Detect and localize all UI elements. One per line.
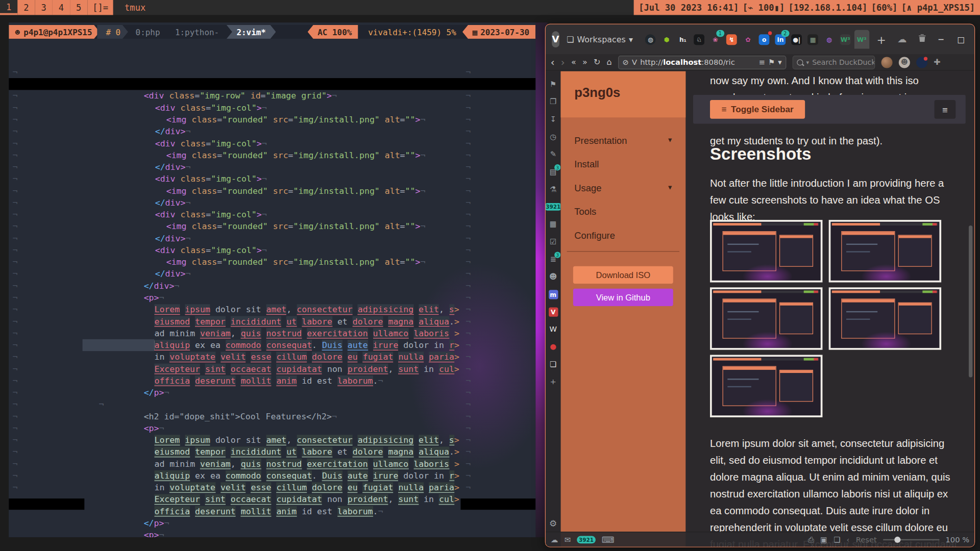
- sidebar-item-presentation[interactable]: Presentation▾: [560, 129, 685, 151]
- capture-icon[interactable]: ⎙: [808, 535, 814, 544]
- tab-medium[interactable]: ●|: [789, 30, 804, 49]
- workspace-3[interactable]: 3: [35, 0, 53, 15]
- tab-outlook[interactable]: o: [756, 30, 771, 49]
- panel-notes[interactable]: ✎: [546, 147, 560, 161]
- panel-settings-gear[interactable]: ⚙: [546, 517, 560, 531]
- screenshot-thumbnail[interactable]: [710, 287, 822, 349]
- vim-line: ¬¬<img class="rounded" src="img/install.…: [9, 185, 535, 196]
- vim-line: ¬¬ad minim veniam, quis nostrud exercita…: [9, 328, 535, 339]
- date-status: ▦ 2023-07-30: [462, 25, 535, 39]
- sidebar-item-tools[interactable]: Tools: [560, 201, 685, 222]
- tiling-icon[interactable]: ❏: [834, 535, 840, 544]
- mail-count-badge[interactable]: 3921: [577, 536, 595, 543]
- maximize-button[interactable]: □: [957, 35, 965, 44]
- new-tab-button[interactable]: +: [877, 33, 886, 46]
- search-icon: [797, 59, 803, 65]
- workspaces-dropdown[interactable]: ❏ Workspaces ▾: [567, 35, 633, 44]
- panel-feeds[interactable]: ≣3: [546, 253, 560, 266]
- tab-dark-logo[interactable]: ♘: [692, 30, 706, 49]
- reload-button[interactable]: ↻: [594, 58, 600, 67]
- tab-w3schools-1[interactable]: W³: [838, 30, 853, 49]
- panel-calendar[interactable]: ▤3: [546, 165, 560, 179]
- panel-mail-count[interactable]: 3921: [546, 200, 560, 214]
- zoom-slider[interactable]: [883, 539, 939, 540]
- profile-avatar[interactable]: [881, 57, 892, 68]
- zoom-out-arrow[interactable]: ‹: [847, 535, 850, 544]
- zoom-slider-thumb[interactable]: [894, 536, 900, 542]
- tab-w3schools-2[interactable]: W³: [854, 30, 869, 49]
- tab-h1[interactable]: h₁: [675, 30, 690, 49]
- tab-lightning[interactable]: ↯: [724, 30, 739, 49]
- tab-screenshot[interactable]: ▦: [805, 30, 820, 49]
- panel-mastodon-panel[interactable]: m: [546, 287, 560, 301]
- vivaldi-browser-window[interactable]: V ❏ Workspaces ▾ ◍⬢h₁♘❀1↯✿oin2●|▦◍W³W³ +…: [545, 24, 975, 547]
- tab-github[interactable]: ◍: [643, 30, 658, 49]
- panel-calendar-alt[interactable]: ▦: [546, 217, 560, 231]
- back-button[interactable]: ‹: [551, 56, 555, 68]
- tmux-window-0[interactable]: 0:php: [128, 25, 167, 39]
- screenshot-thumbnail[interactable]: [829, 287, 941, 349]
- address-field[interactable]: ⊘ V http://localhost:8080/ric ≡ ⚑ ▾: [618, 55, 786, 69]
- sync-cloud-icon[interactable]: ☁: [897, 34, 906, 45]
- screenshot-thumbnail[interactable]: [829, 220, 941, 282]
- sidebar-item-usage[interactable]: Usage▾: [560, 177, 685, 198]
- tab-pink[interactable]: ✿: [741, 30, 755, 49]
- download-iso-button[interactable]: Download ISO: [573, 266, 673, 284]
- search-dropdown-icon[interactable]: ▾: [806, 59, 809, 65]
- panel-translate[interactable]: ⚗: [546, 183, 560, 196]
- screenshot-thumbnail[interactable]: [710, 355, 822, 417]
- panel-reading-list[interactable]: ❐: [546, 95, 560, 109]
- vivaldi-menu-button[interactable]: V: [552, 31, 559, 47]
- menu-hamburger-button[interactable]: ≡: [935, 100, 956, 119]
- panel-tasks[interactable]: ☑: [546, 235, 560, 248]
- fast-forward-button[interactable]: »: [582, 58, 587, 67]
- panel-downloads[interactable]: ↧: [546, 112, 560, 126]
- panel-history[interactable]: ◷: [546, 130, 560, 144]
- redaction-bar-top: [9, 78, 535, 90]
- tab-linkedin[interactable]: in2: [773, 30, 788, 49]
- view-in-github-button[interactable]: View in Github: [573, 289, 673, 306]
- panel-contacts[interactable]: ☻: [546, 270, 560, 284]
- rewind-button[interactable]: «: [571, 58, 576, 67]
- site-permissions-icon[interactable]: ⊘: [622, 58, 628, 66]
- mail-account-icon[interactable]: [916, 57, 927, 68]
- toggle-images-icon[interactable]: ▣: [820, 535, 827, 544]
- workspace-2[interactable]: 2: [17, 0, 35, 15]
- panel-docs-panel[interactable]: ❏: [546, 357, 560, 371]
- panel-wikipedia-panel[interactable]: W: [546, 322, 560, 336]
- minimize-button[interactable]: ─: [939, 35, 944, 44]
- panel-vivaldi-social-panel[interactable]: V: [546, 305, 560, 319]
- panel-youtube-panel[interactable]: ●: [546, 340, 560, 354]
- forward-button[interactable]: ›: [561, 56, 565, 68]
- sidebar-item-configure[interactable]: Configure: [560, 224, 685, 246]
- tab-green-cube[interactable]: ⬢: [659, 30, 674, 49]
- zoom-reset-button[interactable]: Reset: [856, 535, 877, 544]
- screenshot-thumbnail[interactable]: [710, 220, 822, 282]
- page-scrollbar[interactable]: [969, 226, 972, 378]
- keyboard-icon[interactable]: ⌨: [602, 535, 615, 545]
- home-button[interactable]: ⌂: [607, 58, 612, 67]
- tmux-window-1[interactable]: 1:python-: [167, 25, 227, 39]
- tab-mastodon[interactable]: ◍: [822, 30, 837, 49]
- reader-view-icon[interactable]: ≡: [759, 58, 765, 66]
- panel-bookmarks[interactable]: ⚑: [546, 78, 560, 91]
- panel-add-web-panel[interactable]: +: [546, 375, 560, 389]
- terminal-window[interactable]: ☻ p4p1@p4p1XPS15 # 0 0:php1:python-2:vim…: [9, 22, 535, 537]
- workspace-4[interactable]: 4: [53, 0, 70, 15]
- extensions-icon[interactable]: ✚: [934, 58, 940, 67]
- url-dropdown-icon[interactable]: ▾: [778, 58, 781, 66]
- tab-flamingo[interactable]: ❀1: [708, 30, 723, 49]
- mail-status-icon[interactable]: ✉: [565, 535, 571, 544]
- toggle-sidebar-button[interactable]: ≡ Toggle Sidebar: [710, 100, 805, 119]
- tmux-status-bar: ☻ p4p1@p4p1XPS15 # 0 0:php1:python-2:vim…: [9, 25, 535, 39]
- workspace-5[interactable]: 5: [70, 0, 87, 15]
- workspace-1[interactable]: 1: [0, 0, 17, 15]
- tmux-window-2[interactable]: 2:vim*: [227, 25, 276, 39]
- trash-icon[interactable]: [918, 34, 926, 45]
- sync-status-icon[interactable]: ☁: [551, 535, 558, 544]
- guest-avatar[interactable]: ☻: [899, 57, 910, 68]
- search-field[interactable]: ▾ Search DuckDuckGo: [793, 55, 875, 69]
- sidebar-item-install[interactable]: Install: [560, 153, 685, 174]
- bookmark-icon[interactable]: ⚑: [768, 58, 775, 66]
- vim-line: ¬¬aliquip ex ea commodo consequat. Duis …: [9, 470, 535, 482]
